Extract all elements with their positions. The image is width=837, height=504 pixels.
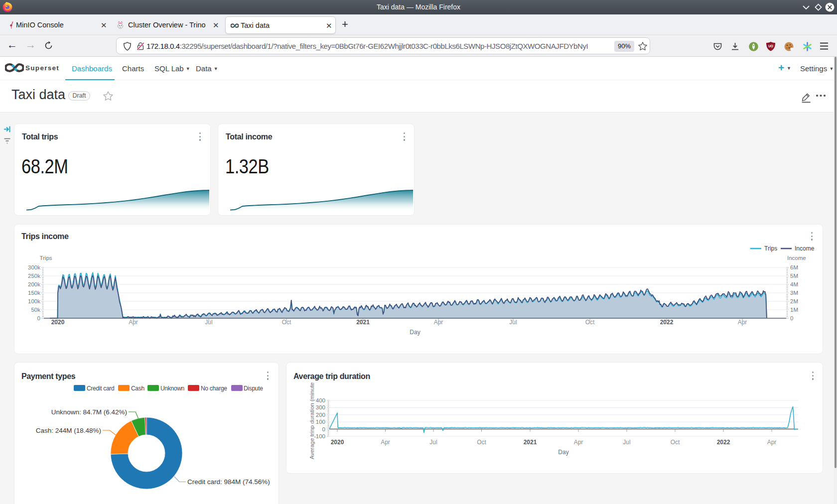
svg-text:300: 300: [316, 404, 325, 410]
svg-text:Apr: Apr: [767, 439, 777, 446]
svg-text:Day: Day: [410, 329, 420, 336]
svg-text:0: 0: [37, 315, 40, 321]
svg-text:4M: 4M: [790, 281, 798, 287]
svg-text:Jul: Jul: [623, 439, 630, 446]
svg-text:-100: -100: [314, 433, 325, 439]
svg-text:Jul: Jul: [509, 319, 517, 326]
svg-text:Oct: Oct: [585, 319, 595, 326]
svg-text:50k: 50k: [31, 307, 40, 313]
svg-text:Apr: Apr: [574, 439, 583, 446]
svg-text:Day: Day: [558, 449, 568, 456]
svg-text:Apr: Apr: [738, 319, 747, 326]
svg-text:Trips: Trips: [764, 245, 777, 252]
svg-text:2M: 2M: [790, 298, 798, 304]
svg-text:1M: 1M: [790, 307, 798, 313]
svg-text:0: 0: [322, 426, 325, 432]
svg-text:Credit card: 984M (74.56%): Credit card: 984M (74.56%): [187, 478, 270, 486]
svg-text:Jul: Jul: [205, 319, 212, 326]
svg-text:Trips: Trips: [39, 255, 52, 261]
svg-text:Jul: Jul: [429, 439, 437, 446]
svg-text:Oct: Oct: [477, 439, 486, 446]
svg-text:Dispute: Dispute: [244, 385, 263, 392]
svg-text:200: 200: [316, 412, 325, 418]
svg-text:No charge: No charge: [201, 385, 227, 392]
svg-text:Apr: Apr: [129, 319, 138, 326]
svg-text:400: 400: [316, 397, 325, 403]
svg-text:300k: 300k: [28, 264, 40, 270]
svg-text:Income: Income: [787, 255, 806, 261]
svg-text:Oct: Oct: [671, 439, 680, 446]
svg-text:2022: 2022: [717, 439, 730, 446]
svg-text:Cash: Cash: [131, 385, 144, 392]
svg-text:Income: Income: [795, 245, 815, 252]
svg-text:150k: 150k: [28, 290, 40, 296]
svg-text:Oct: Oct: [282, 319, 291, 326]
svg-text:2020: 2020: [51, 319, 65, 326]
svg-text:100: 100: [316, 419, 325, 425]
svg-text:2021: 2021: [524, 439, 537, 446]
svg-text:Unknown: 84.7M (6.42%): Unknown: 84.7M (6.42%): [51, 408, 127, 416]
svg-text:2020: 2020: [331, 439, 344, 446]
svg-text:Apr: Apr: [381, 439, 390, 446]
svg-text:Unknown: Unknown: [160, 385, 184, 392]
svg-text:5M: 5M: [790, 273, 798, 279]
svg-text:Credit card: Credit card: [87, 385, 114, 392]
svg-text:200k: 200k: [28, 281, 40, 287]
svg-text:Apr: Apr: [434, 319, 443, 326]
svg-text:6M: 6M: [790, 264, 798, 270]
svg-text:3M: 3M: [790, 290, 798, 296]
svg-text:2021: 2021: [356, 319, 370, 326]
svg-text:250k: 250k: [28, 273, 40, 279]
svg-text:100k: 100k: [28, 298, 40, 304]
svg-text:Average trinp duration (minute: Average trinp duration (minute: [309, 382, 315, 460]
svg-text:UO: UO: [768, 44, 773, 48]
svg-text:Cash: 244M (18.48%): Cash: 244M (18.48%): [36, 427, 101, 434]
svg-text:0: 0: [790, 315, 793, 321]
svg-text:2022: 2022: [660, 319, 674, 326]
